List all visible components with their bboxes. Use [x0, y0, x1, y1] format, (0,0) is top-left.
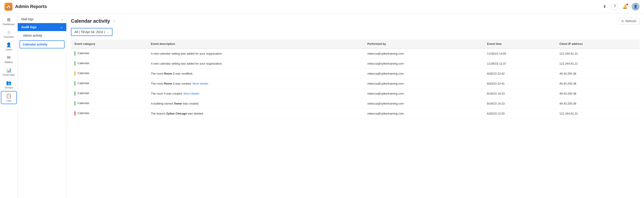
cell-event-time: 11/28/23 12:37: [484, 59, 556, 69]
cell-event-description: The room 4 was created. More details: [147, 89, 364, 99]
table-row: CalendarThe room 4 was created. More det…: [71, 89, 640, 99]
refresh-label: Refresh: [625, 19, 636, 23]
notification-dot: [626, 4, 628, 5]
sidebar-item-logs[interactable]: 📋 Logs: [1, 91, 17, 104]
row-indicator: [74, 71, 76, 76]
page-title: Calendar activity: [71, 18, 110, 24]
cell-client-ip: 121.244.91.21: [556, 109, 640, 119]
cell-event-description: The room Room 1 was modified.: [147, 69, 364, 79]
sidebar-item-favorites[interactable]: ☆ Favorites: [1, 28, 17, 40]
favorites-label: Favorites: [4, 36, 14, 38]
sub-sidebar-item-calendar-activity[interactable]: Calendar activity: [20, 40, 64, 48]
cell-event-time: 8/19/23 14:23: [484, 99, 556, 109]
cell-performed-by: rebecca@zylkertraining.com: [364, 109, 484, 119]
mailbox-label: Mailbox: [5, 61, 13, 64]
refresh-icon: ↻: [622, 19, 624, 23]
cell-event-description: The branch Zylker Chicago was deleted.: [147, 109, 364, 119]
users-label: Users: [6, 48, 12, 51]
groups-icon: 👥: [6, 80, 12, 85]
filter-row: All ( Till Apr 04, 2024 ) ⌄: [71, 28, 640, 36]
row-indicator: [74, 61, 76, 66]
sidebar-item-users[interactable]: 👤 Users: [1, 40, 17, 53]
main-content: Calendar activity ☆ ↻ Refresh All ( Till…: [66, 13, 644, 198]
table-row: CalendarThe room Room 1 was modified.reb…: [71, 69, 640, 79]
cell-event-description: A new calendar setting was added for you…: [147, 59, 364, 69]
cell-performed-by: rebecca@zylkertraining.com: [364, 48, 484, 59]
cell-performed-by: rebecca@zylkertraining.com: [364, 89, 484, 99]
mailbox-icon: ✉: [7, 55, 11, 60]
more-details-link[interactable]: More details: [192, 82, 208, 85]
star-icon[interactable]: ☆: [112, 19, 116, 24]
sidebar-item-mailbox[interactable]: ✉ Mailbox: [1, 53, 17, 65]
sub-sidebar-item-admin-activity[interactable]: Admin activity: [20, 32, 64, 40]
cell-performed-by: rebecca@zylkertraining.com: [364, 69, 484, 79]
row-indicator: [74, 51, 76, 56]
cell-event-category: Calendar: [71, 48, 147, 59]
row-indicator: [74, 81, 76, 86]
cell-client-ip: 49.43.250.38: [556, 89, 640, 99]
avatar[interactable]: 👤: [632, 3, 640, 11]
dashboard-label: Dashboard: [3, 23, 15, 26]
audit-logs-label: Audit logs: [21, 25, 36, 29]
header-right: ⬆ ? 🔔 👤: [601, 3, 640, 11]
cell-client-ip: 121.244.91.21: [556, 59, 640, 69]
cell-event-category: Calendar: [71, 99, 147, 109]
cell-event-category: Calendar: [71, 59, 147, 69]
sub-sidebar-item-audit-logs[interactable]: Audit logs ⌄: [18, 23, 66, 31]
more-details-link[interactable]: More details: [184, 92, 199, 95]
help-icon-btn[interactable]: ?: [611, 3, 618, 10]
cell-performed-by: rebecca@zylkertraining.com: [364, 99, 484, 109]
page-title-left: Calendar activity ☆: [71, 18, 116, 24]
upload-icon-btn[interactable]: ⬆: [601, 3, 608, 10]
logs-label: Logs: [6, 99, 12, 102]
cell-client-ip: 49.43.250.38: [556, 69, 640, 79]
cell-event-category: Calendar: [71, 79, 147, 89]
filter-dropdown-arrow: ⌄: [107, 30, 109, 34]
table-row: CalendarThe branch Zylker Chicago was de…: [71, 109, 640, 119]
row-indicator: [74, 111, 76, 116]
col-event-description: Event description: [147, 40, 364, 48]
sub-sidebar-item-mail-logs[interactable]: Mail logs ›: [18, 15, 66, 23]
row-indicator: [74, 101, 76, 106]
filter-dropdown[interactable]: All ( Till Apr 04, 2024 ) ⌄: [71, 28, 112, 36]
sidebar-nav: ⊞ Dashboard ☆ Favorites 👤 Users ✉ Mailbo…: [0, 13, 18, 198]
dashboard-icon: ⊞: [7, 17, 11, 22]
sidebar-item-email-stats[interactable]: 📊 Email stats: [1, 66, 17, 78]
table-header-row: Event category Event description Perform…: [71, 40, 640, 48]
sub-sidebar: Mail logs › Audit logs ⌄ Admin activity …: [18, 13, 66, 198]
cell-event-description: A new calendar setting was added for you…: [147, 48, 364, 59]
header-left: 🏠 Admin Reports: [4, 3, 47, 11]
cell-event-category: Calendar: [71, 89, 147, 99]
logs-icon: 📋: [6, 93, 12, 99]
cell-event-category: Calendar: [71, 69, 147, 79]
table-row: CalendarA new calendar setting was added…: [71, 48, 640, 59]
cell-event-category: Calendar: [71, 109, 147, 119]
cell-event-time: 8/19/23 14:23: [484, 89, 556, 99]
refresh-button[interactable]: ↻ Refresh: [618, 18, 640, 25]
sidebar-item-groups[interactable]: 👥 Groups: [1, 78, 17, 91]
mail-logs-label: Mail logs: [21, 17, 34, 21]
email-stats-label: Email stats: [3, 74, 15, 76]
groups-label: Groups: [5, 86, 13, 89]
cell-client-ip: 49.43.250.38: [556, 99, 640, 109]
admin-activity-label: Admin activity: [23, 34, 42, 37]
top-header: 🏠 Admin Reports ⬆ ? 🔔 👤: [0, 0, 644, 13]
cell-event-time: 6/20/23 12:20: [484, 109, 556, 119]
table-row: CalendarA building named Tower was creat…: [71, 99, 640, 109]
table-row: CalendarThe room Room 1 was created. Mor…: [71, 79, 640, 89]
cell-event-time: 8/20/23 22:42: [484, 69, 556, 79]
cell-client-ip: 49.43.250.38: [556, 79, 640, 89]
table-row: CalendarA new calendar setting was added…: [71, 59, 640, 69]
col-client-ip: Client IP address: [556, 40, 640, 48]
page-title-row: Calendar activity ☆ ↻ Refresh: [71, 18, 640, 25]
data-table: Event category Event description Perform…: [71, 40, 640, 119]
sidebar-item-dashboard[interactable]: ⊞ Dashboard: [1, 15, 17, 27]
notification-icon-btn[interactable]: 🔔: [622, 3, 628, 10]
cell-event-description: A building named Tower was created.: [147, 99, 364, 109]
mail-logs-arrow: ›: [62, 17, 63, 21]
app-logo: 🏠: [4, 3, 12, 11]
cell-performed-by: rebecca@zylkertraining.com: [364, 79, 484, 89]
cell-event-time: 8/20/23 22:41: [484, 79, 556, 89]
cell-client-ip: 121.244.91.21: [556, 48, 640, 59]
app-title: Admin Reports: [15, 4, 47, 9]
